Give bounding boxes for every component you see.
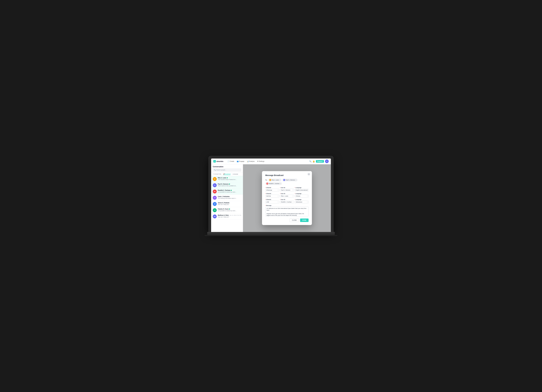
filter-broadcast[interactable]: 📢 Broadcast xyxy=(223,173,231,175)
broadcast-row-2: * Channel WeChat * User ID Rita A. xyxy=(265,193,309,198)
language-select-2[interactable]: Chinese xyxy=(295,195,309,198)
conv-preview-4: How can I help you? xyxy=(218,204,237,205)
conv-item-6[interactable]: MD Matthew A. Dietz Dec 12, 2021 07:41 P… xyxy=(211,213,243,220)
nav-engage[interactable]: 👥 Engage xyxy=(236,160,245,163)
language-field-1: * Language English (International) xyxy=(295,187,309,192)
conv-preview-2: Is it possible to extend my membershi... xyxy=(218,191,237,193)
conv-name-3: Carla J. Hofstetter xyxy=(218,196,230,197)
nav-items: 📄 Create 👥 Engage 📊 Analyse ⚙ xyxy=(226,160,266,163)
modal-footer: CLOSE DONE xyxy=(265,219,309,222)
filter-language[interactable]: Language xyxy=(233,173,238,175)
logo: ✦ sinorbis xyxy=(213,160,223,162)
conv-name-6: Matthew A. Dietz xyxy=(218,215,229,216)
filter-unread[interactable]: ☐ Unread Only xyxy=(213,173,221,175)
top-nav: ✦ sinorbis 📄 Create 👥 Engage xyxy=(211,159,331,164)
laptop-bottom xyxy=(205,235,337,236)
userid-select-2[interactable]: Rita A. Lewis xyxy=(280,195,294,198)
language-field-2: * Language Chinese xyxy=(295,193,309,198)
modal-overlay: Message Broadcast ✕ To: RA Rita A. Lewis… xyxy=(243,164,331,232)
conv-time-6: Dec 12, 2021 07:41 PM xyxy=(230,215,241,216)
conv-item-0[interactable]: RK Rita A. Lewis That Sounds Great! Than… xyxy=(211,176,243,182)
done-button[interactable]: DONE xyxy=(300,219,309,222)
close-button[interactable]: CLOSE xyxy=(290,219,299,222)
nav-settings[interactable]: ⚙ Settings xyxy=(256,160,266,163)
conv-avatar-1: PC xyxy=(213,183,217,187)
nav-create[interactable]: 📄 Create xyxy=(226,160,235,163)
search-box[interactable]: 🔍 Search people... xyxy=(213,168,241,172)
conv-avatar-0: RK xyxy=(213,177,217,181)
conv-avatar-3: CH xyxy=(213,196,217,200)
chat-area: Message Broadcast ✕ To: RA Rita A. Lewis… xyxy=(243,164,331,232)
recipient-avatar-0: RA xyxy=(269,179,271,181)
broadcast-icon: 📢 xyxy=(223,173,225,175)
recipient-tag-1: PC Paul S. Clemons ✕ xyxy=(282,179,298,181)
language-select-3[interactable]: Vietnamese xyxy=(295,201,309,204)
conv-item-3[interactable]: CH Carla J. Hofstetter The tracking info… xyxy=(211,195,243,201)
conv-name-0: Rita A. Lewis xyxy=(218,177,228,179)
conv-avatar-2: RD xyxy=(213,190,217,193)
recipient-avatar-1: PC xyxy=(283,179,285,181)
channel-field-1: * Channel WhatsApp xyxy=(265,187,279,192)
broadcast-row-1: * Channel WhatsApp * User ID Paul S xyxy=(265,187,309,192)
nav-analyse[interactable]: 📊 Analyse xyxy=(246,160,256,163)
broadcast-row-3: * Channel LINE * User ID Rodolfo C. xyxy=(265,199,309,204)
modal-title: Message Broadcast xyxy=(265,174,309,176)
conv-preview-6: How can I help you? xyxy=(218,216,237,218)
conv-item-2[interactable]: RD Rodolfo C. Durham Is it possible to e… xyxy=(211,188,243,195)
channel-field-3: * Channel LINE xyxy=(265,199,279,204)
conv-avatar-5: CG xyxy=(213,208,217,212)
channel-select-3[interactable]: LINE xyxy=(265,201,279,204)
channel-select-1[interactable]: WhatsApp xyxy=(265,189,279,192)
search-icon: 🔍 xyxy=(214,169,216,171)
conv-avatar-4: JR xyxy=(213,202,217,206)
recipient-remove-0[interactable]: ✕ xyxy=(279,179,280,181)
laptop-base xyxy=(207,232,335,235)
conv-preview-3: The tracking information says my order d… xyxy=(218,198,237,199)
recipient-avatar-2: RD xyxy=(266,183,268,185)
conv-name-1: Paul S. Clemons xyxy=(218,183,230,185)
channel-select-2[interactable]: WeChat xyxy=(265,195,279,198)
conversation-list: RK Rita A. Lewis That Sounds Great! Than… xyxy=(211,176,243,232)
language-select-1[interactable]: English (International) xyxy=(295,189,309,192)
conv-preview-1: There seems to be a problem with the... xyxy=(218,185,237,187)
logo-icon: ✦ xyxy=(213,160,216,162)
recipient-remove-2[interactable]: ✕ xyxy=(280,183,281,184)
userid-select-3[interactable]: Rodolfo C. Durham xyxy=(280,201,294,204)
sidebar-title: Conversation xyxy=(213,166,241,168)
search-icon[interactable]: 🔍 xyxy=(309,160,311,162)
sidebar-header: Conversation 🔍 Search people... xyxy=(211,164,243,172)
message-textarea[interactable]: Hi, Welcome to our 2024 International Op… xyxy=(265,207,309,216)
user-avatar: M xyxy=(325,160,329,163)
conv-name-5: Charles H. Gunn xyxy=(218,208,230,210)
userid-select-1[interactable]: Paul S. Clemons xyxy=(280,189,294,192)
conv-avatar-6: MD xyxy=(213,215,217,218)
userid-field-2: * User ID Rita A. Lewis xyxy=(280,193,294,198)
conv-item-1[interactable]: PC Paul S. Clemons There seems to be a p… xyxy=(211,182,243,188)
language-field-3: * Language Vietnamese xyxy=(295,199,309,204)
conv-name-2: Rodolfo C. Durham xyxy=(218,190,232,191)
conv-preview-0: That Sounds Great! Thanks for the he... xyxy=(218,179,237,180)
nav-right: 🔍 🔔 Support M xyxy=(309,160,329,163)
recipient-tag-0: RA Rita A. Lewis ✕ xyxy=(268,179,282,181)
conv-name-4: James E. Rodarte xyxy=(218,202,229,204)
recipient-tag-2: RD Rodolfo C. Durham ✕ xyxy=(265,182,282,185)
modal-close-button[interactable]: ✕ xyxy=(308,173,310,176)
userid-field-1: * User ID Paul S. Clemons xyxy=(280,187,294,192)
conv-preview-5: Is it possible to extend my membershi... xyxy=(218,210,237,211)
channel-field-2: * Channel WeChat xyxy=(265,193,279,198)
support-button[interactable]: Support xyxy=(316,160,324,163)
conv-item-4[interactable]: JR James E. Rodarte How can I help you? xyxy=(211,201,243,207)
bell-icon[interactable]: 🔔 xyxy=(313,160,315,162)
recipients-row: To: RA Rita A. Lewis ✕ PC Paul S. Clemon… xyxy=(265,179,309,185)
message-section: * Message Hi, Welcome to our 2024 Intern… xyxy=(265,205,309,217)
recipient-remove-1[interactable]: ✕ xyxy=(296,179,297,181)
sidebar-filters: ☐ Unread Only | 📢 Broadcast | Language xyxy=(211,172,243,176)
conv-item-5[interactable]: CG Charles H. Gunn Is it possible to ext… xyxy=(211,207,243,213)
sidebar: Conversation 🔍 Search people... ☐ Unread… xyxy=(211,164,243,232)
userid-field-3: * User ID Rodolfo C. Durham xyxy=(280,199,294,204)
message-broadcast-modal: Message Broadcast ✕ To: RA Rita A. Lewis… xyxy=(262,171,312,225)
